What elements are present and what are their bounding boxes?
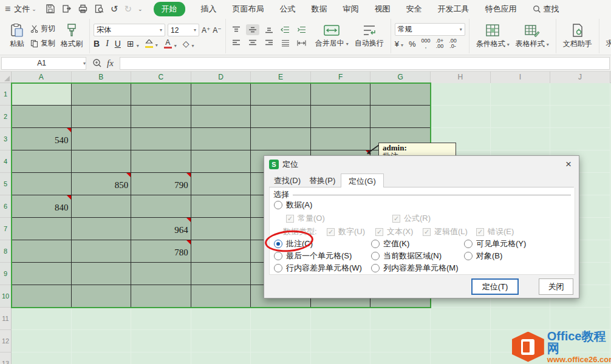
cell-B8[interactable] xyxy=(72,240,132,263)
column-header-I[interactable]: I xyxy=(491,72,551,83)
table-style-button[interactable]: 表格样式▾ xyxy=(513,22,552,50)
close-button[interactable]: 关闭 xyxy=(539,278,573,295)
cell-J1[interactable] xyxy=(550,83,610,106)
cell-G12[interactable] xyxy=(370,330,431,352)
option-objects[interactable]: 对象(B) xyxy=(464,251,502,261)
align-bottom-button[interactable] xyxy=(262,24,276,35)
bold-button[interactable]: B xyxy=(94,39,100,49)
cell-D1[interactable] xyxy=(191,83,251,106)
cell-B2[interactable] xyxy=(72,106,132,128)
save-icon[interactable] xyxy=(45,4,55,14)
cell-D12[interactable] xyxy=(191,330,251,352)
distribute-button[interactable] xyxy=(295,38,309,49)
cell-C11[interactable] xyxy=(131,308,191,330)
ribbon-tab-9[interactable]: 特色应用 xyxy=(485,4,517,15)
cut-button[interactable]: 剪切 xyxy=(30,24,55,34)
cell-A10[interactable] xyxy=(12,285,72,308)
cell-B9[interactable] xyxy=(72,263,132,285)
cell-B1[interactable] xyxy=(72,83,132,106)
export-icon[interactable] xyxy=(61,4,72,14)
merge-center-button[interactable]: 合并居中▾ xyxy=(312,23,352,49)
undo-icon[interactable]: ↺ xyxy=(111,4,118,15)
option-comments[interactable]: 批注(C) xyxy=(274,238,313,249)
cell-F2[interactable] xyxy=(311,106,371,128)
cell-E12[interactable] xyxy=(251,330,311,352)
increase-indent-button[interactable] xyxy=(295,24,309,35)
currency-button[interactable]: ¥▾ xyxy=(395,39,403,49)
menu-search[interactable]: 查找 xyxy=(533,4,559,15)
eraser-button[interactable]: ◇▾ xyxy=(183,39,194,49)
row-header-2[interactable]: 2 xyxy=(0,106,12,128)
doc-assistant-button[interactable]: 文档助手 xyxy=(560,22,595,50)
sum-button[interactable]: Σ 求和▾ xyxy=(603,24,611,49)
cell-D13[interactable] xyxy=(191,352,251,364)
row-header-7[interactable]: 7 xyxy=(0,218,12,240)
copy-button[interactable]: 复制 xyxy=(30,38,55,49)
cell-D11[interactable] xyxy=(191,308,251,330)
underline-button[interactable]: U xyxy=(115,39,121,49)
cell-F12[interactable] xyxy=(311,330,371,352)
cell-F3[interactable] xyxy=(311,128,371,150)
cell-A12[interactable] xyxy=(12,330,72,352)
cell-A11[interactable] xyxy=(12,308,72,330)
cell-B10[interactable] xyxy=(72,285,132,308)
tab-replace[interactable]: 替换(P) xyxy=(309,175,335,186)
option-blanks[interactable]: 空值(K) xyxy=(371,238,409,249)
cell-H2[interactable] xyxy=(431,106,491,128)
print-preview-icon[interactable] xyxy=(94,4,104,14)
row-header-4[interactable]: 4 xyxy=(0,150,12,173)
cell-J11[interactable] xyxy=(550,308,610,330)
goto-button[interactable]: 定位(T) xyxy=(471,278,519,295)
cell-F1[interactable] xyxy=(311,83,371,106)
file-menu[interactable]: 文件 ⌄ xyxy=(14,4,36,15)
cell-B7[interactable] xyxy=(72,218,132,240)
percent-button[interactable]: % xyxy=(409,39,416,49)
ribbon-tab-8[interactable]: 开发工具 xyxy=(438,4,469,15)
cell-A5[interactable] xyxy=(12,173,72,195)
decrease-indent-button[interactable] xyxy=(279,24,292,35)
cell-I1[interactable] xyxy=(491,83,551,106)
grow-font-button[interactable]: A⁺ xyxy=(202,26,210,35)
ribbon-tab-1[interactable]: 插入 xyxy=(201,4,217,15)
option-col-diff[interactable]: 列内容差异单元格(M) xyxy=(371,263,459,274)
select-all-corner[interactable] xyxy=(0,72,12,83)
ribbon-tab-0[interactable]: 开始 xyxy=(154,2,185,16)
borders-button[interactable]: ⊞▾ xyxy=(127,39,139,49)
row-header-1[interactable]: 1 xyxy=(0,83,12,106)
cell-H12[interactable] xyxy=(431,330,491,352)
cell-E13[interactable] xyxy=(251,352,311,364)
ribbon-tab-6[interactable]: 视图 xyxy=(375,4,391,15)
tab-goto[interactable]: 定位(G) xyxy=(341,174,384,187)
cell-A8[interactable] xyxy=(12,240,72,263)
cell-C9[interactable] xyxy=(131,263,191,285)
align-right-button[interactable] xyxy=(262,38,276,49)
cell-J2[interactable] xyxy=(550,106,610,128)
column-header-F[interactable]: F xyxy=(311,72,371,83)
thousand-separator-button[interactable]: 000, xyxy=(422,38,431,49)
customize-qat-icon[interactable]: ⌄ xyxy=(138,6,143,12)
row-header-11[interactable]: 11 xyxy=(0,308,12,330)
cell-H11[interactable] xyxy=(431,308,491,330)
cell-G11[interactable] xyxy=(370,308,431,330)
option-visible-cells[interactable]: 可见单元格(Y) xyxy=(464,238,526,249)
cell-A9[interactable] xyxy=(12,263,72,285)
cell-C4[interactable] xyxy=(131,150,191,173)
cell-D7[interactable] xyxy=(191,218,251,240)
column-header-E[interactable]: E xyxy=(251,72,311,83)
cell-I3[interactable] xyxy=(491,128,551,150)
cell-H1[interactable] xyxy=(431,83,491,106)
justify-button[interactable] xyxy=(279,38,292,49)
print-icon[interactable] xyxy=(78,4,88,14)
cell-C10[interactable] xyxy=(131,285,191,308)
close-icon[interactable]: × xyxy=(563,160,574,169)
cell-C2[interactable] xyxy=(131,106,191,128)
option-row-diff[interactable]: 行内容差异单元格(W) xyxy=(274,263,362,274)
align-center-button[interactable] xyxy=(246,38,259,49)
column-header-H[interactable]: H xyxy=(431,72,491,83)
cell-A6[interactable]: 840 xyxy=(12,195,72,218)
cell-E11[interactable] xyxy=(251,308,311,330)
cell-D8[interactable] xyxy=(191,240,251,263)
ribbon-tab-7[interactable]: 安全 xyxy=(406,4,422,15)
row-header-13[interactable]: 13 xyxy=(0,352,12,364)
decrease-decimal-button[interactable]: .00.0- xyxy=(449,38,457,49)
